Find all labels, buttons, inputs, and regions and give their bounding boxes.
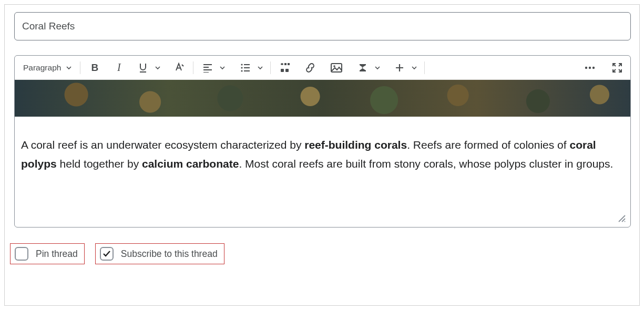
plus-icon [395,63,404,73]
insert-image-button[interactable] [328,59,345,77]
editor-body-text[interactable]: A coral reef is an underwater ecosystem … [15,117,630,187]
fullscreen-button[interactable] [608,59,626,77]
link-icon [304,63,316,73]
bullet-list-icon [240,63,251,73]
svg-rect-13 [288,63,290,65]
body-text-segment: . Reefs are formed of colonies of [407,139,569,151]
bold-button[interactable]: B [86,59,104,77]
underline-button[interactable] [134,59,152,77]
body-text-segment: A coral reef is an underwater ecosystem … [21,139,304,151]
toolbar-separator [80,61,80,74]
paragraph-format-label: Paragraph [23,63,61,73]
equation-button[interactable] [354,59,372,77]
italic-icon: I [117,61,121,74]
list-button[interactable] [237,59,254,77]
insert-link-button[interactable] [301,59,319,77]
insert-more-dropdown[interactable] [410,59,419,77]
thread-options: Pin thread Subscribe to this thread [10,243,630,264]
svg-point-10 [241,70,243,71]
equation-dropdown[interactable] [373,59,382,77]
pin-thread-label: Pin thread [36,249,78,260]
svg-point-17 [334,65,336,67]
thread-editor-panel: Paragraph B I [4,4,640,306]
font-color-button[interactable] [170,59,188,77]
rich-text-editor: Paragraph B I [14,55,631,228]
toolbar-separator [193,61,193,74]
svg-point-22 [592,66,595,68]
editor-toolbar: Paragraph B I [15,56,630,80]
body-text-segment: . Most coral reefs are built from stony … [239,158,613,170]
insert-stuff-button[interactable] [276,59,294,77]
svg-point-21 [589,66,591,68]
body-bold-segment: reef-building corals [304,139,407,151]
svg-rect-12 [284,63,287,65]
checkmark-icon [103,250,111,258]
italic-button[interactable]: I [110,59,128,77]
subscribe-thread-label: Subscribe to this thread [121,249,218,260]
chevron-down-icon [412,65,417,70]
body-text-segment: held together by [57,158,142,170]
align-dropdown[interactable] [218,59,227,77]
list-dropdown[interactable] [255,59,265,77]
chevron-down-icon [220,65,225,70]
sigma-icon [357,63,368,73]
toolbar-separator [270,61,271,74]
image-icon [331,63,342,73]
insert-stuff-icon [279,63,291,73]
align-left-icon [202,63,213,73]
subscribe-thread-option: Subscribe to this thread [95,243,224,264]
body-bold-segment: calcium carbonate [142,158,239,170]
subscribe-thread-checkbox[interactable] [100,247,114,261]
chevron-down-icon [258,65,263,70]
thread-title-input[interactable] [14,12,631,40]
ellipsis-icon [584,66,596,70]
svg-point-6 [241,64,243,65]
svg-rect-15 [285,69,289,72]
inserted-image[interactable] [15,80,630,117]
paragraph-format-dropdown[interactable]: Paragraph [22,59,75,77]
chevron-down-icon [155,65,160,70]
font-color-icon [173,63,185,73]
svg-rect-14 [281,69,284,72]
insert-more-button[interactable] [391,59,408,77]
svg-point-20 [585,66,587,68]
underline-dropdown[interactable] [153,59,162,77]
pin-thread-checkbox[interactable] [15,247,28,261]
chevron-down-icon [375,65,380,70]
bold-icon: B [91,62,99,74]
editor-content-area[interactable]: A coral reef is an underwater ecosystem … [15,80,630,227]
fullscreen-icon [612,63,622,73]
toolbar-separator [424,61,425,74]
svg-point-8 [241,67,243,68]
more-actions-button[interactable] [581,59,599,77]
pin-thread-option: Pin thread [10,243,85,264]
chevron-down-icon [66,65,71,70]
align-button[interactable] [199,59,217,77]
underline-icon [138,63,148,73]
